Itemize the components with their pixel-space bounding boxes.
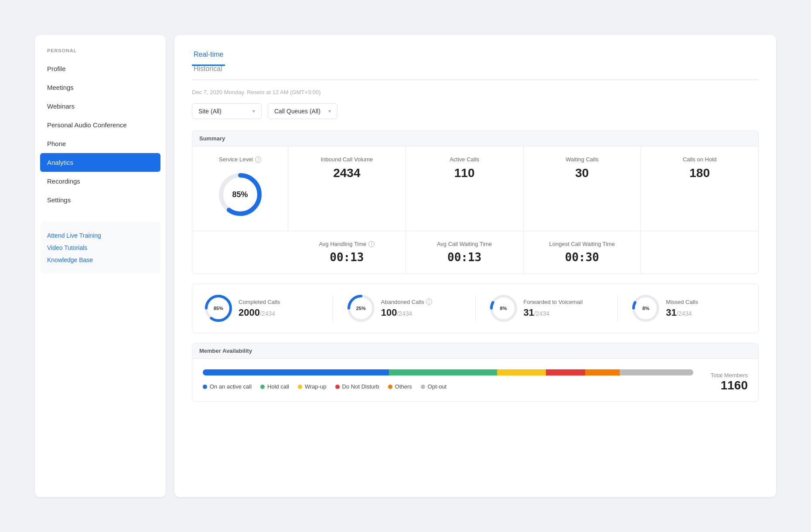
sidebar-link-video-tutorials[interactable]: Video Tutorials — [47, 242, 153, 254]
waiting-calls-cell: Waiting Calls 30 — [524, 147, 641, 231]
sidebar: PERSONAL ProfileMeetingsWebinarsPersonal… — [35, 35, 166, 497]
waiting-calls-label: Waiting Calls — [532, 156, 633, 163]
calls-on-hold-label: Calls on Hold — [649, 156, 750, 163]
tab-realtime[interactable]: Real-time — [192, 51, 225, 66]
small-donut-label-forwarded-to-voicemail: 8% — [500, 306, 507, 311]
sidebar-item-analytics[interactable]: Analytics — [40, 153, 160, 172]
legend-item-opt-out-legend: Opt-out — [421, 383, 446, 390]
call-metric-completed-calls: 85% Completed Calls 2000/2434 — [204, 294, 319, 322]
legend-item-active-call-legend: On an active call — [203, 383, 252, 390]
summary-stats-row2: Avg Handling Time i 00:13 Avg Call Waiti… — [288, 231, 758, 273]
tab-historical[interactable]: Historical — [192, 65, 225, 80]
sidebar-links: Attend Live TrainingVideo TutorialsKnowl… — [40, 222, 160, 274]
legend-label-others-legend: Others — [395, 383, 412, 390]
legend-item-others-legend: Others — [388, 383, 412, 390]
calls-on-hold-value: 180 — [649, 166, 750, 180]
divider — [475, 295, 476, 321]
call-metric-value-completed-calls: 2000/2434 — [239, 307, 280, 318]
active-calls-value: 110 — [414, 166, 515, 180]
legend-dot-others-legend — [388, 385, 392, 389]
inbound-call-volume-cell: Inbound Call Volume 2434 — [288, 147, 406, 231]
summary-row-2: Avg Handling Time i 00:13 Avg Call Waiti… — [192, 231, 758, 273]
longest-waiting-label: Longest Call Waiting Time — [532, 241, 633, 247]
call-metric-value-abandoned-calls: 100/2434 — [381, 307, 432, 318]
member-availability-body: On an active call Hold call Wrap-up Do N… — [192, 359, 758, 401]
longest-waiting-cell: Longest Call Waiting Time 00:30 — [524, 231, 641, 273]
legend-label-opt-out-legend: Opt-out — [428, 383, 446, 390]
avg-handling-value: 00:13 — [296, 251, 398, 264]
avg-handling-label: Avg Handling Time i — [296, 241, 398, 247]
filters: Site (All) ▾ Call Queues (All) ▾ — [192, 103, 759, 119]
sidebar-item-recordings[interactable]: Recordings — [35, 172, 166, 191]
longest-waiting-value: 00:30 — [532, 251, 633, 264]
tabs: Real-timeHistorical — [192, 51, 759, 80]
call-metric-forwarded-to-voicemail: 8% Forwarded to Voicemail 31/2434 — [490, 294, 604, 322]
sidebar-link-knowledge-base[interactable]: Knowledge Base — [47, 254, 153, 266]
avg-waiting-cell: Avg Call Waiting Time 00:13 — [406, 231, 524, 273]
call-metric-label-abandoned-calls: Abandoned Calls i — [381, 299, 432, 305]
info-icon: i — [255, 157, 261, 163]
bar-segment-others — [585, 369, 620, 375]
site-filter-label: Site (All) — [198, 108, 221, 115]
legend-dot-wrap-up-legend — [298, 385, 302, 389]
summary-wrapper: Service Level i 85% Inbound Call Volu — [192, 147, 759, 274]
small-donut-label-missed-calls: 8% — [642, 306, 649, 311]
calls-on-hold-cell: Calls on Hold 180 — [641, 147, 758, 231]
legend-dot-do-not-disturb-legend — [335, 385, 340, 389]
call-metric-value-forwarded-to-voicemail: 31/2434 — [524, 307, 583, 318]
sidebar-item-phone[interactable]: Phone — [35, 134, 166, 153]
site-filter[interactable]: Site (All) ▾ — [192, 103, 262, 119]
call-metric-label-forwarded-to-voicemail: Forwarded to Voicemail — [524, 299, 583, 305]
app-container: PERSONAL ProfileMeetingsWebinarsPersonal… — [35, 35, 776, 497]
main-content: Real-timeHistorical Dec 7, 2020 Monday. … — [174, 35, 776, 497]
sidebar-item-personal-audio-conference[interactable]: Personal Audio Conference — [35, 116, 166, 134]
small-donut-label-completed-calls: 85% — [214, 306, 223, 311]
sidebar-item-profile[interactable]: Profile — [35, 59, 166, 78]
small-donut-missed-calls: 8% — [632, 294, 660, 322]
service-level-label: Service Level i — [219, 156, 261, 163]
call-metric-info-completed-calls: Completed Calls 2000/2434 — [239, 299, 280, 318]
divider — [617, 295, 618, 321]
call-metric-total-missed-calls: /2434 — [677, 310, 692, 317]
legend-item-wrap-up-legend: Wrap-up — [298, 383, 327, 390]
sidebar-item-meetings[interactable]: Meetings — [35, 78, 166, 97]
call-metric-total-forwarded-to-voicemail: /2434 — [534, 310, 549, 317]
info-icon: i — [426, 299, 432, 305]
avg-waiting-value: 00:13 — [414, 251, 515, 264]
legend-label-hold-call-legend: Hold call — [267, 383, 289, 390]
divider — [333, 295, 333, 321]
small-donut-forwarded-to-voicemail: 8% — [490, 294, 518, 322]
service-level-value: 85% — [232, 190, 248, 199]
summary-row-1: Service Level i 85% Inbound Call Volu — [192, 147, 758, 231]
bar-segment-do-not-disturb — [546, 369, 585, 375]
member-bar-legend: On an active call Hold call Wrap-up Do N… — [203, 369, 693, 390]
bar-segment-active-call — [203, 369, 389, 375]
sidebar-item-settings[interactable]: Settings — [35, 191, 166, 209]
call-metric-info-missed-calls: Missed Calls 31/2434 — [666, 299, 698, 318]
waiting-calls-value: 30 — [532, 166, 633, 180]
chevron-down-icon: ▾ — [328, 108, 331, 114]
call-metric-missed-calls: 8% Missed Calls 31/2434 — [632, 294, 746, 322]
call-metric-abandoned-calls: 25% Abandoned Calls i 100/2434 — [347, 294, 461, 322]
sidebar-link-attend-live-training[interactable]: Attend Live Training — [47, 229, 153, 242]
legend-dot-active-call-legend — [203, 385, 207, 389]
summary-section-header: Summary — [192, 130, 759, 147]
total-members: Total Members 1160 — [711, 372, 748, 392]
inbound-value: 2434 — [296, 166, 398, 180]
service-level-donut: 85% — [216, 171, 264, 218]
stacked-bar — [203, 369, 693, 375]
info-icon-2: i — [368, 241, 375, 247]
call-queues-filter-label: Call Queues (All) — [274, 108, 320, 115]
legend-dot-hold-call-legend — [260, 385, 265, 389]
legend-dot-opt-out-legend — [421, 385, 425, 389]
legend-item-hold-call-legend: Hold call — [260, 383, 289, 390]
call-metric-total-abandoned-calls: /2434 — [397, 310, 412, 317]
active-calls-cell: Active Calls 110 — [406, 147, 524, 231]
sidebar-item-webinars[interactable]: Webinars — [35, 97, 166, 116]
avg-handling-cell: Avg Handling Time i 00:13 — [288, 231, 406, 273]
call-queues-filter[interactable]: Call Queues (All) ▾ — [268, 103, 337, 119]
chevron-down-icon: ▾ — [252, 108, 255, 114]
date-label: Dec 7, 2020 Monday. Resets at 12 AM (GMT… — [192, 89, 759, 95]
sidebar-section-label: PERSONAL — [35, 48, 166, 59]
call-metric-label-missed-calls: Missed Calls — [666, 299, 698, 305]
